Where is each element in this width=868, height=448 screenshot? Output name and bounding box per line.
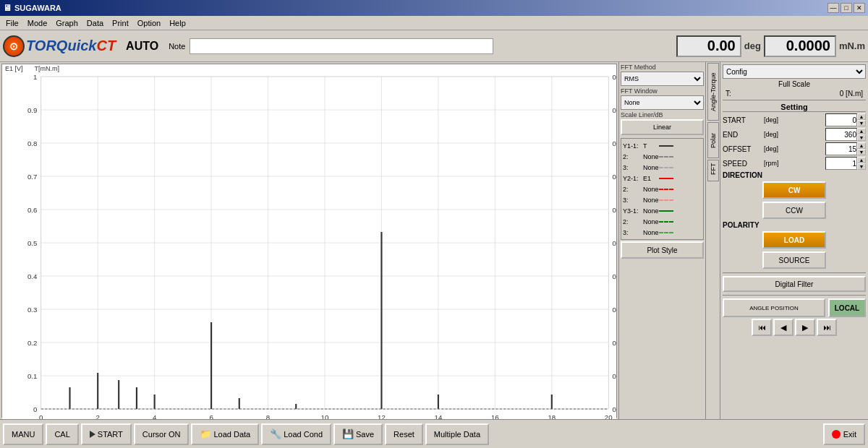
start-input-group: ▲ ▼ — [825, 113, 866, 126]
cw-button[interactable]: CW — [762, 181, 826, 199]
legend-2-2-name: None — [643, 186, 659, 193]
speed-input[interactable] — [825, 157, 857, 170]
legend-y2-1: Y2-1: E1 — [623, 173, 702, 184]
exit-area: Exit — [823, 423, 865, 445]
menu-data[interactable]: Data — [82, 17, 108, 29]
speed-up-btn[interactable]: ▲ — [857, 157, 866, 163]
svg-text:18: 18 — [548, 414, 556, 419]
svg-text:0.1: 0.1 — [27, 373, 37, 380]
local-button[interactable]: LOCAL — [828, 298, 866, 317]
svg-text:0.35: 0.35 — [613, 74, 616, 81]
nav-next-btn[interactable]: ▶ — [795, 319, 815, 336]
offset-spinners: ▲ ▼ — [857, 142, 866, 155]
tab-polar[interactable]: Polar — [707, 122, 719, 158]
svg-text:0.5: 0.5 — [27, 240, 37, 247]
cal-button[interactable]: CAL — [46, 423, 78, 445]
speed-spinners: ▲ ▼ — [857, 157, 866, 170]
title-bar-left: 🖥 SUGAWARA — [3, 3, 61, 13]
angle-unit: deg — [744, 40, 761, 51]
start-up-btn[interactable]: ▲ — [857, 113, 866, 120]
speed-down-btn[interactable]: ▼ — [857, 163, 866, 170]
save-button[interactable]: 💾 Save — [333, 423, 383, 445]
offset-down-btn[interactable]: ▼ — [857, 149, 866, 155]
multiple-data-button[interactable]: Multiple Data — [425, 423, 489, 445]
fft-window-select[interactable]: None — [621, 95, 704, 110]
svg-text:0.24: 0.24 — [613, 173, 616, 181]
menu-graph[interactable]: Graph — [51, 17, 82, 29]
end-up-btn[interactable]: ▲ — [857, 128, 866, 134]
load-button[interactable]: LOAD — [762, 231, 826, 249]
menu-print[interactable]: Print — [108, 17, 133, 29]
logo-ct: CT — [96, 38, 116, 54]
legend-3-1-label: 3: — [623, 164, 643, 171]
legend-y2-1-line — [659, 178, 673, 179]
legend-3-3: 3: None — [623, 227, 702, 238]
plot-style-button[interactable]: Plot Style — [621, 241, 704, 259]
svg-text:12: 12 — [378, 414, 386, 419]
speed-input-group: ▲ ▼ — [825, 157, 866, 170]
legend-2-2-line — [659, 189, 673, 190]
menu-option[interactable]: Option — [133, 17, 165, 29]
tab-angle-torque[interactable]: Angle-Torque — [707, 63, 719, 121]
note-input[interactable] — [190, 38, 493, 54]
maximize-button[interactable]: □ — [841, 3, 852, 13]
svg-text:0: 0 — [39, 414, 43, 419]
fft-window-label: FFT Window — [621, 87, 704, 95]
exit-button[interactable]: Exit — [823, 423, 865, 445]
svg-text:0.31: 0.31 — [613, 107, 616, 114]
load-cond-button[interactable]: 🔧 Load Cond — [261, 423, 331, 445]
cursor-on-button[interactable]: Cursor ON — [134, 423, 190, 445]
load-data-icon: 📁 — [200, 428, 211, 439]
menu-mode[interactable]: Mode — [23, 17, 52, 29]
svg-text:0.21: 0.21 — [613, 207, 616, 214]
menu-help[interactable]: Help — [165, 17, 190, 29]
load-cond-icon: 🔧 — [270, 428, 281, 439]
offset-input[interactable] — [825, 142, 857, 155]
legend-2-1-label: 2: — [623, 153, 643, 160]
legend-y2-1-name: E1 — [643, 175, 659, 182]
minimize-button[interactable]: — — [827, 3, 839, 13]
reset-button[interactable]: Reset — [385, 423, 423, 445]
start-input[interactable] — [825, 113, 857, 126]
speed-row: SPEED [rpm] ▲ ▼ — [723, 157, 866, 170]
angle-position-button[interactable]: ANGLE POSITION — [723, 298, 825, 317]
close-button[interactable]: ✕ — [854, 3, 865, 13]
start-button[interactable]: START — [81, 423, 132, 445]
app-title: SUGAWARA — [14, 4, 61, 12]
start-down-btn[interactable]: ▼ — [857, 120, 866, 126]
fft-method-select[interactable]: RMS — [621, 72, 704, 86]
polarity-label: POLARITY — [723, 221, 866, 229]
linear-button[interactable]: Linear — [621, 119, 704, 135]
torque-value: 0.0000 — [764, 35, 836, 57]
svg-text:1: 1 — [33, 74, 37, 81]
full-scale-row: T: 0 [N.m] — [723, 90, 866, 98]
offset-up-btn[interactable]: ▲ — [857, 142, 866, 149]
y2-axis-label: T[mN.m] — [35, 65, 60, 72]
graph-panel: E1 [V] T[mN.m] — [1, 64, 617, 418]
end-down-btn[interactable]: ▼ — [857, 134, 866, 141]
logo-icon: ⊙ — [3, 35, 25, 57]
load-data-button[interactable]: 📁 Load Data — [191, 423, 259, 445]
nav-first-btn[interactable]: ⏮ — [752, 319, 772, 336]
config-select[interactable]: Config — [723, 64, 866, 79]
digital-filter-button[interactable]: Digital Filter — [723, 276, 866, 292]
end-input[interactable] — [825, 128, 857, 141]
svg-text:0.4: 0.4 — [27, 273, 37, 280]
legend-2-3-line — [659, 221, 673, 223]
fft-column: FFT Method RMS FFT Window None Scale Lin… — [618, 62, 705, 419]
menu-file[interactable]: File — [1, 17, 23, 29]
ccw-button[interactable]: CCW — [762, 202, 826, 219]
speed-label: SPEED — [723, 160, 762, 168]
legend-y1-1-name: T — [643, 142, 659, 150]
nav-last-btn[interactable]: ⏭ — [817, 319, 837, 336]
t-label: T: — [726, 90, 731, 98]
source-button[interactable]: SOURCE — [762, 251, 826, 269]
nav-prev-btn[interactable]: ◀ — [773, 319, 793, 336]
legend-y1-1-label: Y1-1: — [623, 142, 643, 150]
legend-3-3-name: None — [643, 229, 659, 236]
manu-button[interactable]: MANU — [3, 423, 43, 445]
tab-fft[interactable]: FFT — [707, 160, 719, 181]
legend-2-1-name: None — [643, 153, 659, 160]
title-bar-controls: — □ ✕ — [827, 3, 865, 13]
t-value: 0 [N.m] — [840, 90, 863, 98]
